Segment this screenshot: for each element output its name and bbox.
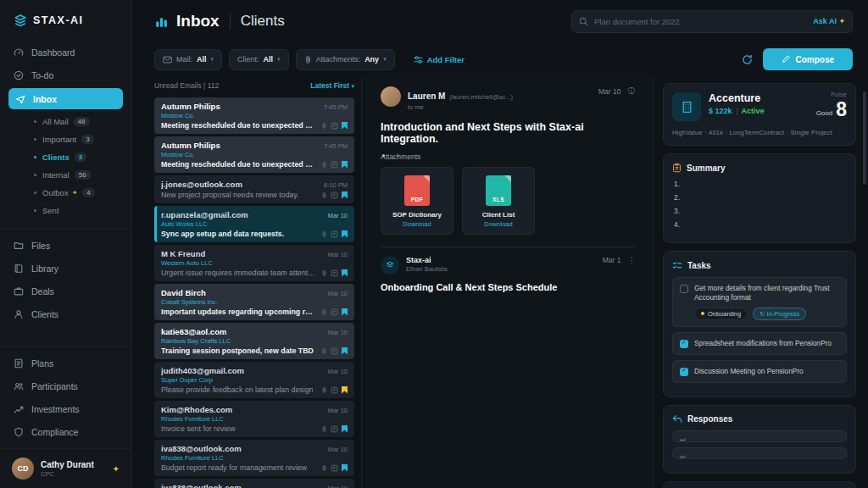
ask-ai-button[interactable]: Ask AI ✦	[813, 17, 845, 25]
sidebar-item-internal[interactable]: Internal 56	[0, 166, 131, 184]
task-checkbox[interactable]	[680, 368, 688, 376]
attachment-card[interactable]: PDF SOP Dictionary Download	[381, 167, 453, 235]
task-checkbox[interactable]	[680, 340, 688, 348]
bookmark-icon[interactable]	[342, 191, 348, 199]
email-subject-preview: New project proposal needs review today.	[161, 191, 299, 199]
email-list-item[interactable]: r.upanzela@gmail.com Mar 10 Auto Works L…	[154, 206, 354, 242]
recipient-label[interactable]: to me	[408, 103, 513, 111]
download-link[interactable]: Download	[468, 220, 529, 228]
email-list-item[interactable]: Autumn Philips 7:45 PM Mostow Co. Meetin…	[154, 136, 354, 173]
download-link[interactable]: Download	[387, 220, 448, 228]
page-title: Inbox	[176, 12, 220, 30]
pulse-score: 8	[836, 100, 847, 119]
sidebar-item-investments[interactable]: Investments	[0, 397, 131, 420]
sidebar-item-plans[interactable]: Plans	[0, 352, 131, 374]
email-list-item[interactable]: judith403@gmail.com Mar 10 Super Duper C…	[154, 362, 354, 398]
paperclip-icon	[321, 386, 327, 394]
responses-card: Responses	[663, 405, 856, 474]
bookmark-icon[interactable]	[342, 161, 348, 169]
sidebar-item-deals[interactable]: Deals	[0, 280, 131, 302]
task-list: Get more details from client regarding T…	[672, 277, 847, 383]
email-list-item[interactable]: Kim@Rhodes.com Mar 10 Rhodes Furniture L…	[154, 401, 354, 437]
info-icon[interactable]: ⓘ	[628, 86, 636, 97]
suggested-response[interactable]	[672, 447, 847, 459]
sidebar-item-clients[interactable]: Clients 3	[0, 148, 131, 166]
sidebar-item-sent[interactable]: Sent	[0, 202, 131, 219]
divider	[737, 108, 737, 115]
email-list-item[interactable]: iva838@outlook.com Mar 10 Rhodes Furnitu…	[154, 479, 354, 488]
mail-filter-dropdown[interactable]: Mail: All ▾	[154, 49, 222, 70]
sidebar-item-all-mail[interactable]: All Mail 48	[0, 113, 131, 130]
task-text: Spreadsheet modifications from PensionPr…	[694, 339, 832, 348]
summary-item	[674, 207, 847, 215]
bookmark-icon[interactable]	[342, 269, 348, 277]
email-list-item[interactable]: Autumn Philips 7:45 PM Mostow Co. Meetin…	[154, 97, 354, 134]
bookmark-icon[interactable]	[342, 425, 348, 433]
title-divider	[230, 13, 231, 30]
bookmark-icon[interactable]	[342, 347, 348, 355]
refresh-icon[interactable]	[742, 54, 753, 65]
pulse-quality: Good	[816, 110, 833, 117]
bullet-dot-icon	[34, 138, 36, 141]
sidebar-item-important[interactable]: Important 3	[0, 130, 131, 148]
summary-list	[672, 180, 847, 229]
suggested-response[interactable]	[672, 430, 847, 442]
bullet-dot-icon	[34, 191, 36, 194]
count-badge: 4	[82, 188, 94, 197]
add-filter-label: Add Filter	[427, 55, 465, 64]
email-sender: r.upanzela@gmail.com	[161, 210, 248, 219]
scrollbar[interactable]	[863, 92, 866, 185]
next-email-subject[interactable]: Onboarding Call & Next Steps Schedule	[381, 282, 635, 292]
logo-text: STAX-AI	[33, 14, 84, 26]
sidebar-item-compliance[interactable]: Compliance	[0, 420, 131, 443]
add-filter-button[interactable]: Add Filter	[414, 55, 465, 64]
sidebar-item-dashboard[interactable]: Dashboard	[0, 41, 131, 64]
sidebar-item-clients-main[interactable]: Clients	[0, 302, 131, 325]
email-subject-preview: Meeting rescheduled due to unexpected de…	[161, 121, 316, 130]
task-item[interactable]: Discussion Meeting on PensionPro	[672, 360, 847, 383]
sort-dropdown[interactable]: Latest First ▾	[310, 81, 354, 90]
bookmark-icon[interactable]	[342, 122, 348, 130]
email-company: Auto Works LLC	[161, 220, 348, 228]
briefcase-icon	[14, 286, 24, 297]
bookmark-icon[interactable]	[342, 386, 348, 394]
email-list-item[interactable]: David Birch Mar 10 Cobalt Systems Inc. I…	[154, 284, 354, 320]
files-card: Files Download All XLS Client List PDF S…	[663, 481, 856, 488]
more-options-icon[interactable]: ⋮	[628, 256, 636, 264]
email-time: Mar 10	[328, 485, 348, 488]
sidebar-item-todo[interactable]: To-do	[0, 64, 131, 86]
sub-item-label: Outbox	[42, 188, 69, 197]
search-input[interactable]	[594, 17, 807, 26]
email-list-item[interactable]: M K Freund Mar 10 Western Auto LLC Urgen…	[154, 245, 354, 281]
filter-value: Any	[364, 55, 379, 64]
note-icon	[331, 230, 338, 238]
task-checkbox[interactable]	[680, 285, 688, 293]
task-item[interactable]: Get more details from client regarding T…	[672, 277, 847, 327]
sidebar-item-inbox[interactable]: Inbox	[8, 88, 123, 109]
sidebar-item-library[interactable]: Library	[0, 257, 131, 280]
chart-icon	[14, 404, 24, 414]
sidebar-item-outbox[interactable]: Outbox ✦ 4	[0, 184, 131, 202]
note-icon	[331, 464, 338, 472]
compose-button[interactable]: Compose	[763, 48, 853, 70]
logo[interactable]: STAX-AI	[0, 12, 131, 41]
attachments-filter-dropdown[interactable]: Attachments: Any ▾	[296, 49, 395, 70]
sidebar-item-participants[interactable]: Participants	[0, 374, 131, 397]
search-bar[interactable]: Ask AI ✦	[571, 10, 853, 33]
attachment-card[interactable]: XLS Client List Download	[462, 167, 535, 235]
client-filter-dropdown[interactable]: Client: All ▾	[229, 49, 289, 70]
task-item[interactable]: Spreadsheet modifications from PensionPr…	[672, 332, 847, 355]
email-list-item[interactable]: iva838@outlook.com Mar 10 Rhodes Furnitu…	[154, 440, 354, 476]
client-value: $ 122k	[709, 107, 732, 115]
outbox-alert-icon: ✦	[72, 189, 78, 197]
bookmark-icon[interactable]	[342, 230, 348, 238]
bookmark-icon[interactable]	[342, 308, 348, 316]
bookmark-icon[interactable]	[342, 464, 348, 472]
email-list-item[interactable]: j.jones@outlook.com 6:10 PM New project …	[154, 175, 354, 203]
email-list-item[interactable]: katie63@aol.com Mar 10 Rainbow Bay Craft…	[154, 323, 354, 359]
email-list: Autumn Philips 7:45 PM Mostow Co. Meetin…	[154, 97, 354, 488]
user-profile[interactable]: CD Cathy Durant CPC ✦	[0, 448, 131, 488]
sidebar-item-files[interactable]: Files	[0, 234, 131, 257]
client-name: Accenture	[709, 92, 765, 104]
bullet-dot-icon	[34, 156, 36, 158]
